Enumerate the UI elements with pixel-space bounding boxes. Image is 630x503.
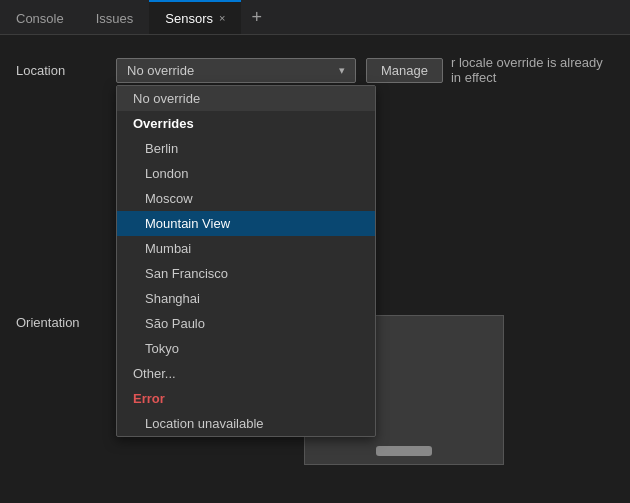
dropdown-item-mountain-view[interactable]: Mountain View <box>117 211 375 236</box>
dropdown-item-location-unavailable[interactable]: Location unavailable <box>117 411 375 436</box>
tab-sensors-label: Sensors <box>165 11 213 26</box>
tab-add-button[interactable]: + <box>241 8 272 26</box>
dropdown-wrapper: No override ▾ No override Overrides Berl… <box>116 58 356 83</box>
location-row: Location No override ▾ No override Overr… <box>16 55 614 85</box>
dropdown-item-location-unavailable-label: Location unavailable <box>145 416 264 431</box>
location-label: Location <box>16 63 116 78</box>
dropdown-item-overrides-header-label: Overrides <box>133 116 194 131</box>
dropdown-item-shanghai-label: Shanghai <box>145 291 200 306</box>
location-dropdown-menu: No override Overrides Berlin London Mosc… <box>116 85 376 437</box>
close-icon[interactable]: × <box>219 12 225 24</box>
dropdown-item-no-override-label: No override <box>133 91 200 106</box>
tab-issues-label: Issues <box>96 11 134 26</box>
manage-button[interactable]: Manage <box>366 58 443 83</box>
sensors-content: Location No override ▾ No override Overr… <box>0 35 630 503</box>
dropdown-item-no-override[interactable]: No override <box>117 86 375 111</box>
dropdown-item-tokyo-label: Tokyo <box>145 341 179 356</box>
orientation-label: Orientation <box>16 315 116 330</box>
tab-bar: Console Issues Sensors × + <box>0 0 630 35</box>
phone-shape <box>376 446 432 456</box>
dropdown-item-mumbai-label: Mumbai <box>145 241 191 256</box>
dropdown-item-moscow-label: Moscow <box>145 191 193 206</box>
dropdown-item-other[interactable]: Other... <box>117 361 375 386</box>
location-dropdown-trigger[interactable]: No override ▾ <box>116 58 356 83</box>
dropdown-item-london[interactable]: London <box>117 161 375 186</box>
dropdown-item-san-francisco-label: San Francisco <box>145 266 228 281</box>
dropdown-item-berlin[interactable]: Berlin <box>117 136 375 161</box>
tab-sensors[interactable]: Sensors × <box>149 0 241 34</box>
dropdown-item-mountain-view-label: Mountain View <box>145 216 230 231</box>
dropdown-item-san-francisco[interactable]: San Francisco <box>117 261 375 286</box>
dropdown-item-berlin-label: Berlin <box>145 141 178 156</box>
dropdown-item-error-header-label: Error <box>133 391 165 406</box>
tab-console[interactable]: Console <box>0 0 80 34</box>
dropdown-item-moscow[interactable]: Moscow <box>117 186 375 211</box>
location-selected-value: No override <box>127 63 194 78</box>
dropdown-item-other-label: Other... <box>133 366 176 381</box>
override-notice: r locale override is already in effect <box>451 55 614 85</box>
dropdown-item-london-label: London <box>145 166 188 181</box>
chevron-down-icon: ▾ <box>339 64 345 77</box>
dropdown-item-overrides-header: Overrides <box>117 111 375 136</box>
dropdown-item-tokyo[interactable]: Tokyo <box>117 336 375 361</box>
dropdown-item-shanghai[interactable]: Shanghai <box>117 286 375 311</box>
dropdown-item-sao-paulo[interactable]: São Paulo <box>117 311 375 336</box>
tab-issues[interactable]: Issues <box>80 0 150 34</box>
tab-console-label: Console <box>16 11 64 26</box>
dropdown-item-sao-paulo-label: São Paulo <box>145 316 205 331</box>
add-tab-icon: + <box>251 7 262 27</box>
dropdown-item-mumbai[interactable]: Mumbai <box>117 236 375 261</box>
dropdown-item-error-header: Error <box>117 386 375 411</box>
